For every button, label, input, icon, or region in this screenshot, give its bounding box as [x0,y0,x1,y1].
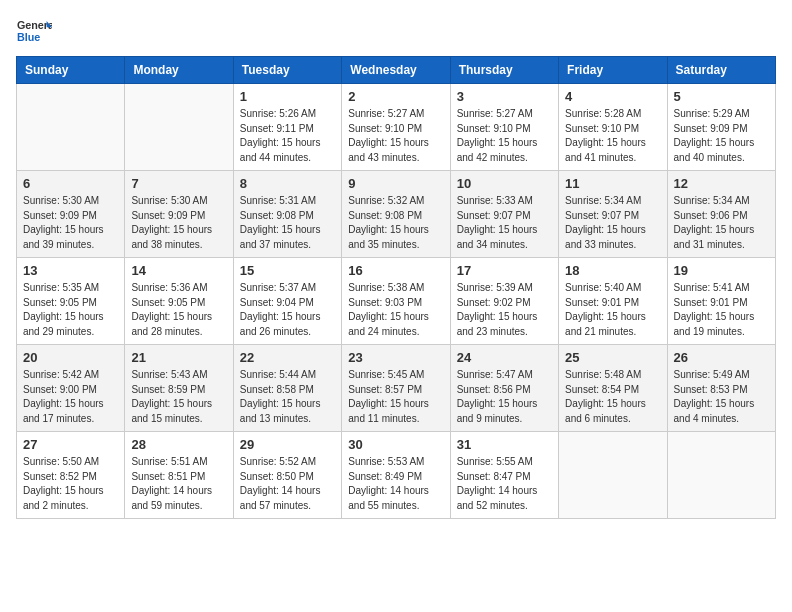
calendar-cell: 1Sunrise: 5:26 AM Sunset: 9:11 PM Daylig… [233,84,341,171]
day-number: 10 [457,176,552,191]
day-info: Sunrise: 5:40 AM Sunset: 9:01 PM Dayligh… [565,281,660,339]
day-info: Sunrise: 5:41 AM Sunset: 9:01 PM Dayligh… [674,281,769,339]
calendar-cell: 27Sunrise: 5:50 AM Sunset: 8:52 PM Dayli… [17,432,125,519]
day-header-saturday: Saturday [667,57,775,84]
day-header-tuesday: Tuesday [233,57,341,84]
logo: General Blue [16,16,52,44]
calendar-cell: 22Sunrise: 5:44 AM Sunset: 8:58 PM Dayli… [233,345,341,432]
day-info: Sunrise: 5:27 AM Sunset: 9:10 PM Dayligh… [457,107,552,165]
day-header-wednesday: Wednesday [342,57,450,84]
day-info: Sunrise: 5:35 AM Sunset: 9:05 PM Dayligh… [23,281,118,339]
day-info: Sunrise: 5:26 AM Sunset: 9:11 PM Dayligh… [240,107,335,165]
day-info: Sunrise: 5:27 AM Sunset: 9:10 PM Dayligh… [348,107,443,165]
calendar-week-row: 27Sunrise: 5:50 AM Sunset: 8:52 PM Dayli… [17,432,776,519]
calendar-week-row: 6Sunrise: 5:30 AM Sunset: 9:09 PM Daylig… [17,171,776,258]
day-info: Sunrise: 5:33 AM Sunset: 9:07 PM Dayligh… [457,194,552,252]
header: General Blue [16,16,776,44]
calendar-cell: 31Sunrise: 5:55 AM Sunset: 8:47 PM Dayli… [450,432,558,519]
day-number: 28 [131,437,226,452]
day-info: Sunrise: 5:42 AM Sunset: 9:00 PM Dayligh… [23,368,118,426]
day-number: 18 [565,263,660,278]
logo-icon: General Blue [16,16,52,44]
day-number: 9 [348,176,443,191]
calendar-cell: 17Sunrise: 5:39 AM Sunset: 9:02 PM Dayli… [450,258,558,345]
day-info: Sunrise: 5:36 AM Sunset: 9:05 PM Dayligh… [131,281,226,339]
day-info: Sunrise: 5:30 AM Sunset: 9:09 PM Dayligh… [23,194,118,252]
calendar-cell: 12Sunrise: 5:34 AM Sunset: 9:06 PM Dayli… [667,171,775,258]
calendar-cell [559,432,667,519]
calendar-cell: 24Sunrise: 5:47 AM Sunset: 8:56 PM Dayli… [450,345,558,432]
calendar-cell: 25Sunrise: 5:48 AM Sunset: 8:54 PM Dayli… [559,345,667,432]
calendar-header-row: SundayMondayTuesdayWednesdayThursdayFrid… [17,57,776,84]
day-info: Sunrise: 5:32 AM Sunset: 9:08 PM Dayligh… [348,194,443,252]
day-info: Sunrise: 5:43 AM Sunset: 8:59 PM Dayligh… [131,368,226,426]
day-info: Sunrise: 5:47 AM Sunset: 8:56 PM Dayligh… [457,368,552,426]
calendar-cell: 16Sunrise: 5:38 AM Sunset: 9:03 PM Dayli… [342,258,450,345]
day-number: 2 [348,89,443,104]
day-info: Sunrise: 5:39 AM Sunset: 9:02 PM Dayligh… [457,281,552,339]
calendar-cell: 8Sunrise: 5:31 AM Sunset: 9:08 PM Daylig… [233,171,341,258]
day-number: 23 [348,350,443,365]
day-info: Sunrise: 5:30 AM Sunset: 9:09 PM Dayligh… [131,194,226,252]
calendar-cell: 20Sunrise: 5:42 AM Sunset: 9:00 PM Dayli… [17,345,125,432]
day-number: 7 [131,176,226,191]
day-number: 31 [457,437,552,452]
day-number: 22 [240,350,335,365]
calendar-cell: 29Sunrise: 5:52 AM Sunset: 8:50 PM Dayli… [233,432,341,519]
svg-text:Blue: Blue [17,31,40,43]
day-number: 24 [457,350,552,365]
calendar-cell: 30Sunrise: 5:53 AM Sunset: 8:49 PM Dayli… [342,432,450,519]
day-number: 16 [348,263,443,278]
day-header-thursday: Thursday [450,57,558,84]
day-info: Sunrise: 5:49 AM Sunset: 8:53 PM Dayligh… [674,368,769,426]
calendar-week-row: 13Sunrise: 5:35 AM Sunset: 9:05 PM Dayli… [17,258,776,345]
calendar-cell: 28Sunrise: 5:51 AM Sunset: 8:51 PM Dayli… [125,432,233,519]
calendar-cell [17,84,125,171]
calendar-cell: 15Sunrise: 5:37 AM Sunset: 9:04 PM Dayli… [233,258,341,345]
day-number: 26 [674,350,769,365]
day-info: Sunrise: 5:37 AM Sunset: 9:04 PM Dayligh… [240,281,335,339]
calendar-cell: 4Sunrise: 5:28 AM Sunset: 9:10 PM Daylig… [559,84,667,171]
day-header-sunday: Sunday [17,57,125,84]
day-info: Sunrise: 5:29 AM Sunset: 9:09 PM Dayligh… [674,107,769,165]
calendar-cell: 23Sunrise: 5:45 AM Sunset: 8:57 PM Dayli… [342,345,450,432]
day-number: 21 [131,350,226,365]
calendar-cell: 6Sunrise: 5:30 AM Sunset: 9:09 PM Daylig… [17,171,125,258]
day-number: 13 [23,263,118,278]
day-info: Sunrise: 5:51 AM Sunset: 8:51 PM Dayligh… [131,455,226,513]
day-header-friday: Friday [559,57,667,84]
calendar-cell: 13Sunrise: 5:35 AM Sunset: 9:05 PM Dayli… [17,258,125,345]
day-number: 14 [131,263,226,278]
day-number: 19 [674,263,769,278]
calendar-cell: 9Sunrise: 5:32 AM Sunset: 9:08 PM Daylig… [342,171,450,258]
day-number: 4 [565,89,660,104]
day-info: Sunrise: 5:31 AM Sunset: 9:08 PM Dayligh… [240,194,335,252]
calendar-cell: 26Sunrise: 5:49 AM Sunset: 8:53 PM Dayli… [667,345,775,432]
calendar-cell: 2Sunrise: 5:27 AM Sunset: 9:10 PM Daylig… [342,84,450,171]
calendar-cell: 18Sunrise: 5:40 AM Sunset: 9:01 PM Dayli… [559,258,667,345]
day-info: Sunrise: 5:50 AM Sunset: 8:52 PM Dayligh… [23,455,118,513]
day-info: Sunrise: 5:53 AM Sunset: 8:49 PM Dayligh… [348,455,443,513]
day-info: Sunrise: 5:34 AM Sunset: 9:07 PM Dayligh… [565,194,660,252]
day-info: Sunrise: 5:44 AM Sunset: 8:58 PM Dayligh… [240,368,335,426]
calendar-cell [667,432,775,519]
day-number: 12 [674,176,769,191]
calendar-cell: 11Sunrise: 5:34 AM Sunset: 9:07 PM Dayli… [559,171,667,258]
calendar-cell [125,84,233,171]
calendar-cell: 19Sunrise: 5:41 AM Sunset: 9:01 PM Dayli… [667,258,775,345]
calendar-week-row: 20Sunrise: 5:42 AM Sunset: 9:00 PM Dayli… [17,345,776,432]
day-info: Sunrise: 5:52 AM Sunset: 8:50 PM Dayligh… [240,455,335,513]
day-info: Sunrise: 5:48 AM Sunset: 8:54 PM Dayligh… [565,368,660,426]
day-info: Sunrise: 5:45 AM Sunset: 8:57 PM Dayligh… [348,368,443,426]
calendar-cell: 5Sunrise: 5:29 AM Sunset: 9:09 PM Daylig… [667,84,775,171]
calendar-week-row: 1Sunrise: 5:26 AM Sunset: 9:11 PM Daylig… [17,84,776,171]
day-number: 6 [23,176,118,191]
day-number: 8 [240,176,335,191]
day-header-monday: Monday [125,57,233,84]
day-number: 25 [565,350,660,365]
calendar-cell: 21Sunrise: 5:43 AM Sunset: 8:59 PM Dayli… [125,345,233,432]
day-info: Sunrise: 5:38 AM Sunset: 9:03 PM Dayligh… [348,281,443,339]
day-number: 3 [457,89,552,104]
day-number: 5 [674,89,769,104]
calendar-cell: 10Sunrise: 5:33 AM Sunset: 9:07 PM Dayli… [450,171,558,258]
